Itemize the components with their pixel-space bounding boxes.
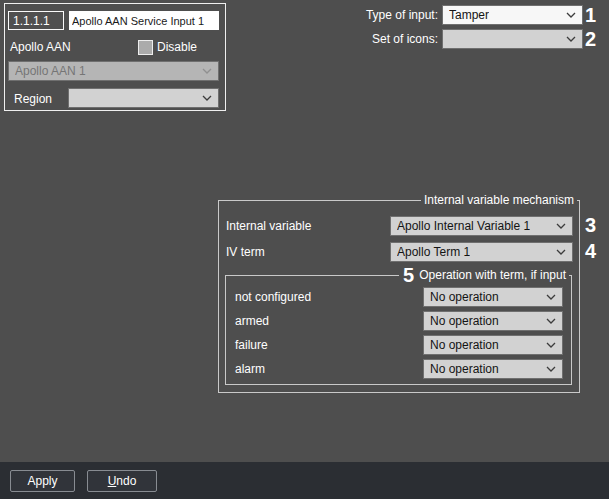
operation-group-title: Operation with term, if input bbox=[416, 268, 569, 283]
chevron-down-icon bbox=[566, 12, 576, 18]
undo-button[interactable]: Undo bbox=[87, 470, 157, 492]
disable-checkbox-label: Disable bbox=[157, 40, 197, 54]
undo-button-label: ndo bbox=[116, 474, 136, 488]
iv-term-label: IV term bbox=[226, 245, 265, 259]
footer-bar: Apply Undo bbox=[0, 462, 609, 499]
device-address-field[interactable] bbox=[8, 11, 64, 30]
annotation-4: 4 bbox=[585, 240, 596, 263]
chevron-down-icon bbox=[546, 294, 556, 300]
operation-row-label: failure bbox=[235, 338, 268, 352]
region-label: Region bbox=[14, 92, 52, 106]
chevron-down-icon bbox=[202, 95, 212, 101]
internal-variable-value: Apollo Internal Variable 1 bbox=[397, 219, 530, 233]
chevron-down-icon bbox=[202, 68, 212, 74]
annotation-3: 3 bbox=[585, 214, 596, 237]
operation-row-label: not configured bbox=[235, 290, 311, 304]
operation-value: No operation bbox=[430, 314, 499, 328]
internal-variable-select[interactable]: Apollo Internal Variable 1 bbox=[390, 216, 573, 236]
annotation-5: 5 bbox=[399, 264, 418, 287]
apollo-aan-select-value: Apollo AAN 1 bbox=[15, 64, 86, 78]
set-of-icons-select[interactable] bbox=[442, 29, 583, 49]
region-select[interactable] bbox=[68, 88, 219, 108]
iv-term-value: Apollo Term 1 bbox=[397, 245, 470, 259]
apollo-aan-select: Apollo AAN 1 bbox=[8, 61, 219, 81]
chevron-down-icon bbox=[556, 249, 566, 255]
disable-checkbox[interactable] bbox=[138, 40, 153, 55]
apollo-aan-label: Apollo AAN bbox=[10, 40, 71, 54]
apply-button[interactable]: Apply bbox=[10, 470, 75, 492]
annotation-2: 2 bbox=[585, 28, 596, 51]
chevron-down-icon bbox=[546, 318, 556, 324]
internal-variable-label: Internal variable bbox=[226, 219, 311, 233]
operation-row-label: armed bbox=[235, 314, 269, 328]
type-of-input-label: Type of input: bbox=[366, 8, 438, 22]
internal-variable-group-title: Internal variable mechanism bbox=[421, 193, 577, 208]
operation-not-configured-select[interactable]: No operation bbox=[423, 287, 563, 307]
operation-row-label: alarm bbox=[235, 362, 265, 376]
apply-button-label: Apply bbox=[27, 474, 57, 488]
operation-failure-select[interactable]: No operation bbox=[423, 335, 563, 355]
chevron-down-icon bbox=[546, 342, 556, 348]
operation-armed-select[interactable]: No operation bbox=[423, 311, 563, 331]
undo-button-label: U bbox=[108, 474, 117, 488]
iv-term-select[interactable]: Apollo Term 1 bbox=[390, 242, 573, 262]
operation-value: No operation bbox=[430, 338, 499, 352]
chevron-down-icon bbox=[546, 366, 556, 372]
chevron-down-icon bbox=[556, 223, 566, 229]
set-of-icons-label: Set of icons: bbox=[372, 32, 438, 46]
input-settings-panel: Apollo AAN Disable Apollo AAN 1 Region T… bbox=[0, 0, 609, 499]
type-of-input-value: Tamper bbox=[449, 8, 489, 22]
operation-value: No operation bbox=[430, 290, 499, 304]
annotation-1: 1 bbox=[585, 4, 596, 27]
type-of-input-select[interactable]: Tamper bbox=[442, 5, 583, 25]
chevron-down-icon bbox=[566, 36, 576, 42]
operation-value: No operation bbox=[430, 362, 499, 376]
device-name-field[interactable] bbox=[69, 11, 219, 30]
operation-alarm-select[interactable]: No operation bbox=[423, 359, 563, 379]
